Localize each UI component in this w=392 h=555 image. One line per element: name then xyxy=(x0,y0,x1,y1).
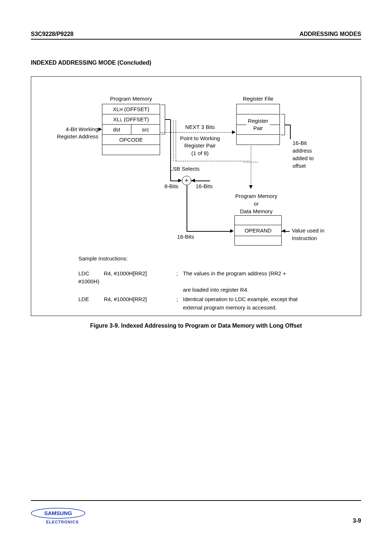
arrow-next3-icon xyxy=(232,130,236,134)
arrow-regpair-down-icon xyxy=(249,185,253,189)
eight-bits-label: 8-Bits xyxy=(164,183,178,189)
xll-suffix: (OFFSET) xyxy=(122,116,149,122)
memory-table: OPERAND xyxy=(234,215,282,246)
rf-blank-bot xyxy=(237,135,279,145)
program-memory-table: XLH (OFFSET) XLL (OFFSET) dst src OPCODE xyxy=(102,104,160,155)
figure-box: Program Memory XLH (OFFSET) XLL (OFFSET)… xyxy=(31,76,361,316)
header-right: ADDRESSING MODES xyxy=(299,31,361,37)
page-number: 3-9 xyxy=(353,518,361,524)
xlh-prefix: XL xyxy=(113,106,119,112)
ldc-operands: R4, #1000H[RR2] xyxy=(104,270,176,278)
pm-or-dm-label: Program Memory or Data Memory xyxy=(220,192,293,215)
adder-circle: + xyxy=(182,176,191,185)
arrow-into-adder-right-icon xyxy=(191,179,195,182)
dash-bottom xyxy=(176,161,250,161)
dst-src-row: dst src xyxy=(102,125,160,135)
line-pm-right xyxy=(170,181,179,181)
ldc-comment: The values in the program address (RR2 + xyxy=(183,270,346,278)
line-adder-down xyxy=(187,185,187,231)
sixteen-bit-note: 16-Bit address added to offset xyxy=(293,139,340,170)
lde-operands: R4, #1000H[RR2] xyxy=(104,295,176,312)
sample-row-2: LDE R4, #1000H[RR2] ; Identical operatio… xyxy=(78,295,346,312)
arrow-to-operand-icon xyxy=(230,229,234,233)
lde-mnemonic: LDE xyxy=(78,295,104,312)
xll-row: XLL (OFFSET) xyxy=(102,114,160,125)
pm-bracket xyxy=(161,105,165,134)
ldc-mnemonic: LDC xyxy=(78,270,104,278)
rf-blank-top xyxy=(237,104,279,114)
src-cell: src xyxy=(131,125,160,134)
page-footer: SAMSUNG ELECTRONICS 3-9 xyxy=(31,500,361,524)
value-used-label: Value used in Instruction xyxy=(292,227,354,242)
svg-text:SAMSUNG: SAMSUNG xyxy=(44,510,72,516)
xll-small: L xyxy=(120,117,122,122)
operand-cell: OPERAND xyxy=(235,225,281,236)
xlh-small: H xyxy=(119,107,123,112)
dash-cross xyxy=(244,162,258,162)
pm-blank-row xyxy=(102,145,160,155)
next-3-bits-label: NEXT 3 Bits xyxy=(175,124,225,130)
figure-caption: Figure 3-9. Indexed Addressing to Progra… xyxy=(31,323,361,329)
page-header: S3C9228/P9228 ADDRESSING MODES xyxy=(31,31,361,40)
rf-bracket xyxy=(281,114,285,135)
line-to-operand xyxy=(187,231,231,232)
working-reg-label: 4-Bit Working Register Address xyxy=(37,126,98,141)
lde-comment: Identical operation to LDC example, exce… xyxy=(183,295,346,312)
mem-blank-bot xyxy=(235,236,281,246)
section-title: INDEXED ADDRESSING MODE (Concluded) xyxy=(31,60,361,66)
xll-prefix: XL xyxy=(113,116,120,122)
samsung-logo-icon: SAMSUNG xyxy=(31,507,85,519)
sample-row-1: LDC R4, #1000H[RR2] ; The values in the … xyxy=(78,270,346,278)
dst-cell: dst xyxy=(102,125,131,134)
xlh-row: XLH (OFFSET) xyxy=(102,104,160,114)
register-pair-label: Register Pair xyxy=(246,117,270,131)
dash-v-left xyxy=(173,120,173,161)
lsb-selects-label: LSB Selects xyxy=(170,166,200,172)
arrow-value-icon xyxy=(282,229,285,233)
line-pm-down xyxy=(170,119,171,181)
arrow-into-dst-icon xyxy=(98,127,102,131)
lde-semicolon: ; xyxy=(176,295,183,312)
header-left: S3C9228/P9228 xyxy=(31,31,73,37)
dash-next3 xyxy=(160,132,233,133)
dash-regpair-down xyxy=(251,146,251,186)
ldc-comment-2: are loaded into register R4. xyxy=(183,286,346,294)
ldc-semicolon: ; xyxy=(176,270,183,278)
register-file-title: Register File xyxy=(234,96,282,102)
line-rfbracket-down xyxy=(290,125,291,139)
rf-bracket-mid xyxy=(285,125,290,125)
pm-bracket-mid xyxy=(165,119,170,120)
register-pair: Register Pair xyxy=(237,114,279,135)
arrow-into-adder-left-icon xyxy=(178,179,182,182)
sixteen-bits-label-b: 16-Bits xyxy=(177,234,194,240)
ldc-sub: #1000H) xyxy=(78,278,346,286)
mem-blank-top xyxy=(235,216,281,225)
xlh-suffix: (OFFSET) xyxy=(123,106,149,112)
samsung-logo: SAMSUNG ELECTRONICS xyxy=(31,507,85,524)
sample-instructions: Sample Instructions: LDC R4, #1000H[RR2]… xyxy=(78,255,346,312)
point-to-working-label: Point to Working Register Pair (1 of 8) xyxy=(175,135,225,157)
sample-title: Sample Instructions: xyxy=(78,255,346,263)
sixteen-bits-label-a: 16-Bits xyxy=(196,183,213,189)
opcode-row: OPCODE xyxy=(102,135,160,145)
electronics-label: ELECTRONICS xyxy=(46,520,85,524)
program-memory-title: Program Memory xyxy=(102,96,160,102)
register-file-table: Register Pair xyxy=(236,104,280,145)
